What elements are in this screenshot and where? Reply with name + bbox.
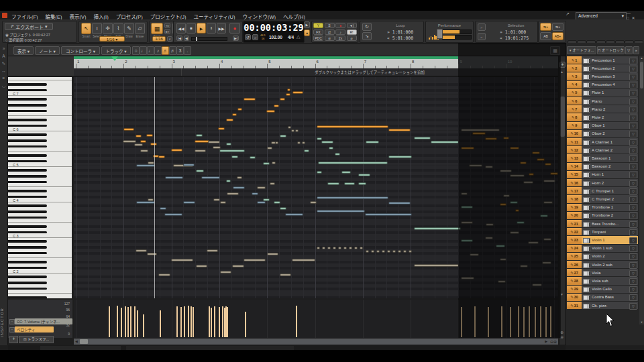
track-filter-icon[interactable]: ▽ (629, 253, 637, 260)
midi-note[interactable] (387, 250, 390, 253)
midi-note[interactable] (158, 274, 170, 276)
track-name[interactable]: Percussion 1 (592, 56, 629, 64)
track-row-21[interactable]: ✎21Bass Trombo...▽ (567, 220, 638, 227)
track-number-button[interactable]: ✎18 (567, 195, 582, 202)
track-row-15[interactable]: ✎15Horn 1▽ (567, 171, 638, 178)
midi-note[interactable] (237, 176, 242, 179)
track-name[interactable]: Flute 1 (592, 89, 629, 97)
midi-note[interactable] (288, 126, 291, 129)
workspace-combo[interactable]: Advanced ▾ (576, 12, 627, 20)
black-key[interactable] (8, 204, 47, 206)
mini-play-button[interactable]: ▶ (304, 21, 310, 28)
midi-note[interactable] (310, 201, 317, 204)
midi-note[interactable] (322, 247, 325, 249)
midi-note[interactable] (329, 147, 333, 149)
midi-note[interactable] (171, 149, 182, 152)
black-key[interactable] (8, 154, 47, 156)
sync-icon[interactable]: ↺ (245, 34, 251, 40)
midi-note[interactable] (244, 98, 256, 101)
track-filter-icon[interactable]: ▽ (629, 237, 637, 244)
track-number-button[interactable]: ✎20 (567, 212, 582, 219)
midi-note[interactable] (270, 182, 275, 185)
track-name[interactable]: Viola sub (592, 277, 629, 284)
midi-note[interactable] (195, 149, 206, 152)
midi-note[interactable] (321, 141, 333, 143)
midi-note[interactable] (123, 128, 134, 131)
midi-note[interactable] (123, 140, 136, 143)
toggle-y[interactable]: Y (313, 23, 323, 28)
midi-note[interactable] (341, 171, 351, 174)
black-key[interactable] (8, 110, 47, 112)
track-number-button[interactable]: ✎23 (567, 236, 582, 243)
black-key[interactable] (8, 225, 47, 227)
selection-start[interactable]: » 1:01:000 (500, 29, 526, 35)
midi-note[interactable] (171, 259, 193, 261)
velocity-stem[interactable] (109, 306, 110, 337)
velocity-stem[interactable] (296, 306, 297, 337)
track-name[interactable]: Violin 2 sub (592, 261, 629, 268)
midi-note[interactable] (280, 135, 286, 137)
track-filter-icon[interactable]: ▽ (629, 131, 637, 137)
midi-note[interactable] (287, 88, 290, 91)
midi-note[interactable] (220, 271, 231, 274)
midi-note[interactable] (286, 93, 290, 96)
track-filter-icon[interactable]: ▽ (629, 262, 637, 269)
articulation-cell[interactable] (74, 68, 182, 76)
note-value-3[interactable]: ♩ (147, 46, 154, 55)
track-number-button[interactable]: ✎25 (567, 253, 582, 260)
track-row-27[interactable]: ✎27Viola▽ (567, 269, 638, 276)
midi-note[interactable] (274, 105, 279, 107)
tool-move-button[interactable]: ✛ (103, 23, 113, 34)
midi-note[interactable] (136, 164, 155, 167)
snap-toggle-2[interactable]: BY (164, 29, 170, 34)
midi-note[interactable] (280, 98, 285, 101)
midi-note[interactable] (388, 129, 411, 131)
midi-note[interactable] (327, 182, 339, 185)
track-row-5[interactable]: ✎5Flute 1▽ (567, 89, 638, 97)
midi-note[interactable] (196, 170, 204, 172)
track-number-button[interactable]: ✎7 (567, 105, 582, 113)
track-filter-icon[interactable]: ▽ (629, 221, 637, 228)
velocity-stem[interactable] (134, 306, 136, 337)
midi-note[interactable] (263, 198, 270, 201)
track-name[interactable]: Violin 1 (592, 236, 629, 243)
note-value-2[interactable]: ♩ (140, 46, 147, 55)
note-triplet[interactable]: 3 (176, 46, 184, 55)
midi-note[interactable] (292, 259, 315, 261)
track-filter-icon[interactable]: ▽ (629, 90, 637, 97)
snap-toggle-1[interactable]: TO (164, 23, 170, 28)
track-number-button[interactable]: ✎27 (567, 269, 582, 276)
black-key[interactable] (8, 175, 47, 177)
midi-note[interactable] (292, 91, 303, 94)
midi-note[interactable] (158, 156, 165, 158)
track-filter-icon[interactable]: ▽ (629, 188, 637, 195)
track-filter-icon[interactable]: ▽ (629, 58, 637, 64)
track-number-button[interactable]: ✎17 (567, 187, 582, 194)
track-name[interactable]: A Clarinet 2 (592, 146, 629, 154)
scroll-left-icon[interactable]: ◀ (75, 339, 78, 343)
velocity-stem[interactable] (222, 306, 223, 337)
midi-note[interactable] (291, 129, 294, 132)
track-filter-icon[interactable]: ▽ (629, 82, 637, 88)
toggle-2x[interactable]: 2x (335, 36, 345, 41)
selection-tool-1[interactable]: ⌐ (478, 23, 486, 31)
tool-draw-button[interactable]: ✎ (124, 23, 134, 34)
step-back-button[interactable]: ◀ (184, 36, 189, 41)
black-key[interactable] (8, 276, 47, 278)
autolock-button[interactable]: ⊓ オートロック (597, 46, 624, 54)
track-name[interactable]: Contra Bass (592, 294, 629, 301)
midi-note[interactable] (285, 213, 303, 216)
rail-icon-1[interactable]: » (0, 46, 7, 52)
black-key[interactable] (8, 282, 47, 284)
play-button[interactable]: ▶ (197, 23, 206, 34)
track-name[interactable]: Cb. pizz. (592, 302, 629, 309)
midi-note[interactable] (218, 127, 225, 130)
snap-grid-button[interactable]: ▦ (151, 23, 163, 34)
track-filter-icon[interactable]: ▽ (629, 66, 637, 72)
black-key[interactable] (8, 133, 47, 135)
ab-button-4[interactable]: AB+ (552, 32, 564, 40)
midi-note[interactable] (150, 143, 157, 145)
track-row-4[interactable]: ✎4Percussion 4▽ (567, 81, 638, 88)
track-row-3[interactable]: ✎3Percussion 3▽ (567, 72, 638, 80)
stop-button[interactable]: ■ (186, 23, 196, 34)
